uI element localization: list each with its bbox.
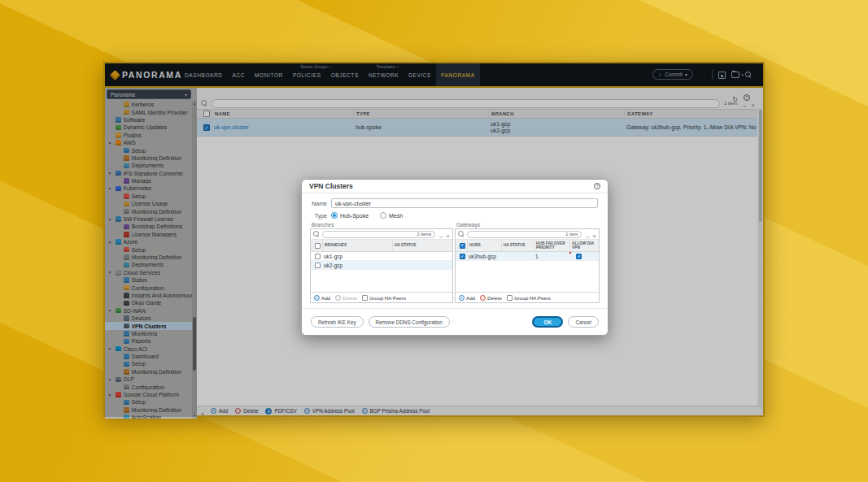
add-button[interactable]: Add <box>314 295 330 301</box>
group-ha-peers-checkbox[interactable]: Group HA Peers <box>507 295 551 301</box>
gateways-footer: Add Delete Group HA Peers <box>456 292 599 302</box>
help-icon[interactable]: ? <box>594 183 600 189</box>
add-label: Add <box>466 295 475 301</box>
gateways-panel-label: Gateways <box>456 222 480 228</box>
cell: 1 <box>534 252 569 260</box>
search-icon <box>458 231 465 237</box>
delete-label: Delete <box>487 295 502 301</box>
branches-footer: Add Delete Group HA Peers <box>311 292 452 302</box>
checkbox-icon <box>576 254 582 259</box>
checkbox-icon <box>507 295 513 301</box>
ok-button[interactable]: OK <box>532 316 563 328</box>
column-ha-status[interactable]: HA STATUS <box>501 240 534 251</box>
mesh-radio[interactable] <box>380 212 386 219</box>
cancel-button[interactable]: Cancel <box>568 316 599 328</box>
row-checkbox[interactable] <box>311 252 322 260</box>
cell: uk3hub-gcp <box>467 252 501 260</box>
checkbox-icon <box>315 263 321 268</box>
select-all-checkbox[interactable] <box>456 240 467 251</box>
column-ha-status[interactable]: HA STATUS <box>392 240 452 251</box>
cell <box>392 261 452 269</box>
branches-table-header: BRANCHES HA STATUS <box>311 240 452 252</box>
type-label: Type <box>302 213 331 219</box>
checkbox-icon <box>315 254 321 259</box>
gateways-panel: 1 item HUBS HA STATUS HUB FAILOVER PRIOR… <box>455 228 600 303</box>
type-row: Type Hub-Spoke Mesh <box>302 212 608 219</box>
add-button[interactable]: Add <box>459 295 475 301</box>
branches-count: 2 items <box>417 232 432 237</box>
desktop-wallpaper: PANORAMA DASHBOARDACCMONITORPOLICIESOBJE… <box>0 0 868 482</box>
search-icon <box>313 231 320 237</box>
gateway-row-uk3hub-gcp[interactable]: uk3hub-gcp1 <box>456 252 599 261</box>
dialog-title: VPN Clusters <box>309 182 353 190</box>
minus-circle-icon <box>335 295 341 301</box>
column-hub-failover-priority[interactable]: HUB FAILOVER PRIORITY <box>534 240 569 251</box>
dialog-footer: Refresh IKE Key Remove DDNS Configuratio… <box>302 308 608 335</box>
hub-spoke-radio-label: Hub-Spoke <box>340 213 369 219</box>
minus-circle-icon <box>480 295 486 301</box>
remove-ddns-button[interactable]: Remove DDNS Configuration <box>369 316 450 328</box>
hub-spoke-radio[interactable] <box>331 212 338 219</box>
gateways-filter-input[interactable]: 1 item <box>467 231 582 238</box>
gateways-count: 1 item <box>565 232 578 237</box>
gateways-search-row: 1 item <box>456 229 599 240</box>
refresh-ike-key-button[interactable]: Refresh IKE Key <box>311 316 364 328</box>
delete-label: Delete <box>342 295 357 301</box>
cell: uk2-gcp <box>322 261 392 269</box>
delete-button[interactable]: Delete <box>335 295 357 301</box>
add-label: Add <box>321 295 330 301</box>
allow-dia-vpn-checkbox[interactable] <box>569 252 599 260</box>
branches-panel: 2 items BRANCHES HA STATUS uk1-gcpuk2-gc… <box>310 228 453 303</box>
name-label: Name <box>302 201 331 206</box>
cell <box>501 252 534 260</box>
name-row: Name <box>302 198 608 208</box>
vpn-clusters-dialog: VPN Clusters ? Name Type Hub-Spoke Mesh … <box>301 179 608 336</box>
branch-row-uk1-gcp[interactable]: uk1-gcp <box>311 252 452 261</box>
row-checkbox[interactable] <box>456 252 467 260</box>
plus-circle-icon <box>314 295 320 301</box>
plus-circle-icon <box>459 295 465 301</box>
checkbox-icon <box>362 295 368 301</box>
group-ha-peers-label: Group HA Peers <box>369 295 406 301</box>
name-field[interactable] <box>331 198 598 208</box>
group-ha-peers-label: Group HA Peers <box>514 295 551 301</box>
branches-panel-label: Branches <box>312 222 334 228</box>
group-ha-peers-checkbox[interactable]: Group HA Peers <box>362 295 406 301</box>
cell: uk1-gcp <box>322 252 392 260</box>
checkbox-icon <box>460 254 465 259</box>
mesh-radio-label: Mesh <box>389 213 403 219</box>
branches-search-row: 2 items <box>311 229 452 240</box>
select-all-checkbox[interactable] <box>311 240 322 251</box>
cell <box>392 252 452 260</box>
delete-button[interactable]: Delete <box>480 295 502 301</box>
row-checkbox[interactable] <box>311 261 322 269</box>
branch-row-uk2-gcp[interactable]: uk2-gcp <box>311 261 452 270</box>
column-allow-dia-vpn[interactable]: ALLOW DIA VPN <box>569 240 599 251</box>
column-branches[interactable]: BRANCHES <box>322 240 392 251</box>
modified-marker-icon <box>569 252 572 254</box>
dialog-header: VPN Clusters ? <box>302 180 608 193</box>
branches-filter-input[interactable]: 2 items <box>322 231 435 238</box>
gateways-table-header: HUBS HA STATUS HUB FAILOVER PRIORITY ALL… <box>456 240 599 252</box>
branches-rows: uk1-gcpuk2-gcp <box>311 252 452 270</box>
gateways-rows: uk3hub-gcp1 <box>456 252 599 261</box>
column-hubs[interactable]: HUBS <box>467 240 501 251</box>
